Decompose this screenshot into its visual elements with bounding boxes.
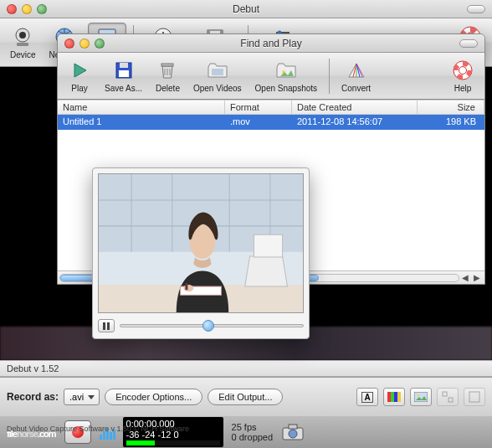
text-overlay-button[interactable]: A <box>356 388 378 406</box>
webcam-icon <box>11 25 34 49</box>
svg-rect-21 <box>443 392 447 396</box>
preview-popup <box>92 167 310 339</box>
find-toolbar: Play Save As... Delete Open Videos Open … <box>58 53 484 100</box>
svg-rect-33 <box>120 63 128 68</box>
svg-rect-15 <box>387 392 391 402</box>
col-format[interactable]: Format <box>225 100 292 114</box>
open-videos-button[interactable]: Open Videos <box>188 57 247 95</box>
text-icon: A <box>361 392 372 403</box>
svg-point-1 <box>19 32 26 39</box>
image-icon <box>414 392 428 402</box>
cell-date: 2011-12-08 14:56:07 <box>292 115 418 130</box>
delete-button[interactable]: Delete <box>151 57 185 95</box>
preview-controls <box>98 318 304 333</box>
svg-point-46 <box>184 285 194 291</box>
fullscreen-button[interactable] <box>464 388 485 406</box>
svg-rect-34 <box>119 70 129 77</box>
folder-video-icon <box>206 59 229 82</box>
prism-icon <box>345 59 368 82</box>
edit-output-button[interactable]: Edit Output... <box>208 389 283 405</box>
toolbar-pill-icon[interactable] <box>459 39 478 48</box>
open-snapshots-button[interactable]: Open Snapshots <box>250 57 323 95</box>
seek-slider[interactable] <box>120 324 304 327</box>
svg-rect-19 <box>414 392 428 402</box>
cell-format: .mov <box>225 115 292 130</box>
play-button[interactable]: Play <box>63 57 96 95</box>
svg-point-20 <box>418 394 420 397</box>
svg-rect-47 <box>185 283 187 290</box>
svg-rect-18 <box>397 392 401 402</box>
folder-image-icon <box>274 59 298 82</box>
slider-knob[interactable] <box>202 320 214 332</box>
scroll-right-icon[interactable]: ▶ <box>471 272 483 284</box>
cell-size: 198 KB <box>418 115 484 130</box>
toolbar-pill-icon[interactable] <box>467 5 485 13</box>
watermark-button[interactable] <box>410 388 432 406</box>
svg-rect-2 <box>17 43 28 46</box>
svg-rect-17 <box>394 392 397 402</box>
format-select[interactable]: .avi <box>64 389 100 405</box>
col-size[interactable]: Size <box>418 100 484 114</box>
video-preview <box>98 173 304 313</box>
play-icon <box>68 59 91 82</box>
find-titlebar: Find and Play <box>58 34 484 53</box>
window-title: Find and Play <box>58 38 484 49</box>
fps-label: 25 fps <box>232 422 274 432</box>
pause-button[interactable] <box>98 319 115 332</box>
svg-rect-30 <box>289 425 297 429</box>
device-button[interactable]: Device <box>5 23 41 61</box>
bottom-bar: Record as: .avi Encoder Options... Edit … <box>0 377 492 416</box>
color-adjust-button[interactable] <box>383 388 405 406</box>
status-text: Debut v 1.52 <box>7 363 59 373</box>
col-name[interactable]: Name <box>58 100 225 114</box>
main-titlebar: Debut <box>0 0 492 18</box>
crop-icon <box>442 391 454 403</box>
snapshot-button[interactable] <box>281 422 305 442</box>
list-row[interactable]: Untitled 1 .mov 2011-12-08 14:56:07 198 … <box>58 115 484 130</box>
trash-icon <box>156 59 179 82</box>
save-as-button[interactable]: Save As... <box>100 57 147 95</box>
svg-rect-43 <box>254 234 282 257</box>
color-bars-icon <box>387 392 401 402</box>
svg-point-31 <box>289 430 297 438</box>
svg-rect-35 <box>161 64 173 66</box>
separator <box>329 59 330 94</box>
help-button[interactable]: Help <box>446 57 479 95</box>
window-title: Debut <box>0 3 492 15</box>
copyright: Debut Video Capture Software v 1.50 © NC… <box>7 425 189 433</box>
svg-rect-16 <box>391 392 394 402</box>
meter-bar <box>126 440 220 445</box>
col-date[interactable]: Date Created <box>292 100 418 114</box>
cell-name: Untitled 1 <box>58 115 225 130</box>
svg-rect-24 <box>100 435 102 440</box>
encoder-options-button[interactable]: Encoder Options... <box>105 389 202 405</box>
svg-rect-22 <box>448 398 453 402</box>
svg-point-39 <box>459 67 467 75</box>
convert-button[interactable]: Convert <box>336 57 376 95</box>
expand-icon <box>469 391 480 403</box>
floppy-icon <box>112 59 136 82</box>
lifebuoy-icon <box>451 59 474 82</box>
dropped-label: 0 dropped <box>232 432 274 442</box>
record-as-label: Record as: <box>7 391 59 403</box>
crop-button[interactable] <box>437 388 459 406</box>
svg-rect-36 <box>212 69 223 75</box>
scroll-left-icon[interactable]: ◀ <box>459 272 471 284</box>
status-bar: Debut v 1.52 <box>0 360 492 377</box>
list-header: Name Format Date Created Size <box>58 100 484 115</box>
svg-rect-23 <box>469 392 479 402</box>
svg-rect-27 <box>110 432 112 440</box>
